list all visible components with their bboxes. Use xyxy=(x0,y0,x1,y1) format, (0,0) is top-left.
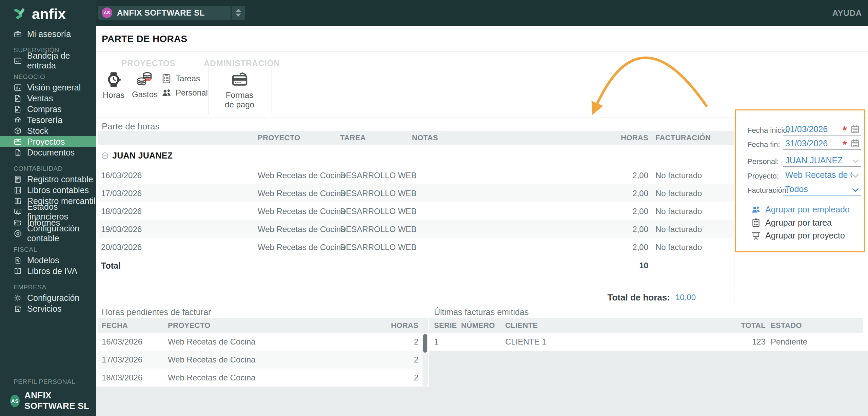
group-option-label: Agrupar por tarea xyxy=(765,218,832,228)
table-row[interactable]: 18/03/2026 Web Recetas de Cocina DESARRO… xyxy=(98,202,734,220)
group-by-employee-option[interactable]: Agrupar por empleado xyxy=(751,203,850,215)
field-underline xyxy=(783,166,861,167)
sidebar-item-mi-asesoria[interactable]: Mi asesoría xyxy=(0,28,96,39)
column-header-cliente: CLIENTE xyxy=(505,318,538,333)
field-underline xyxy=(783,195,861,195)
group-by-project-option[interactable]: Agrupar por proyecto xyxy=(751,229,845,242)
table-row[interactable]: 18/03/2026 Web Recetas de Cocina 2 xyxy=(98,369,428,387)
company-selector-main[interactable]: AS ANFIX SOFTWARE SL xyxy=(98,6,231,20)
ribbon-group-proyectos: PROYECTOS xyxy=(115,59,182,68)
sidebar-item-bandeja-de-entrada[interactable]: Bandeja de entrada xyxy=(0,55,96,66)
sidebar-item-configuracion-contable[interactable]: Configuración contable xyxy=(0,228,96,239)
calculator-icon xyxy=(14,175,22,184)
cell-project: Web Recetas de Cocina xyxy=(258,220,345,238)
sidebar-item-proyectos[interactable]: Proyectos xyxy=(0,136,96,147)
proyecto-select[interactable]: Web Recetas de Cocina xyxy=(785,170,852,180)
sidebar-item-label: Configuración contable xyxy=(27,224,96,243)
cell-task: DESARROLLO WEB xyxy=(340,220,416,238)
personal-select[interactable]: JUAN JUANEZ xyxy=(785,155,843,165)
chevron-down-icon[interactable] xyxy=(851,157,860,166)
chevron-down-icon[interactable] xyxy=(851,186,860,194)
folder-icon xyxy=(14,219,22,227)
sidebar-item-modelos[interactable]: Modelos xyxy=(0,255,96,266)
ribbon-button-tareas[interactable]: Tareas xyxy=(161,72,200,85)
timesheet-table-header: PROYECTO TAREA NOTAS HORAS FACTURACIÓN xyxy=(98,131,734,145)
sidebar-item-label: Bandeja de entrada xyxy=(27,51,96,70)
field-underline xyxy=(783,135,861,136)
sidebar-item-vision-general[interactable]: Visión general xyxy=(0,82,96,93)
table-row[interactable]: 17/03/2026 Web Recetas de Cocina DESARRO… xyxy=(98,184,734,202)
sidebar-section-negocio: NEGOCIO xyxy=(0,72,96,82)
cell-date: 19/03/2026 xyxy=(101,220,142,238)
box-icon xyxy=(14,127,22,135)
company-name: ANFIX SOFTWARE SL xyxy=(117,8,205,18)
filter-panel: Fecha inicio: 01/03/2026 * Fecha fin: 31… xyxy=(735,109,865,252)
cell-date: 20/03/2026 xyxy=(101,238,142,256)
sidebar-item-label: Documentos xyxy=(27,148,75,158)
document-arrow-icon xyxy=(14,94,22,103)
document-icon xyxy=(14,148,22,157)
facturacion-select[interactable]: Todos xyxy=(785,184,808,194)
coins-icon xyxy=(136,70,154,87)
cell-date: 17/03/2026 xyxy=(102,351,142,369)
scrollbar-thumb[interactable] xyxy=(423,334,427,353)
table-row[interactable]: 16/03/2026 Web Recetas de Cocina DESARRO… xyxy=(98,166,734,184)
cell-date: 18/03/2026 xyxy=(101,202,142,220)
calendar-icon[interactable] xyxy=(850,139,860,148)
gear-icon xyxy=(14,294,22,302)
column-header-total: TOTAL xyxy=(728,318,766,333)
timesheet-rows: 16/03/2026 Web Recetas de Cocina DESARRO… xyxy=(98,166,734,256)
sidebar-item-libros-de-iva[interactable]: Libros de IVA xyxy=(0,266,96,276)
table-row[interactable]: 19/03/2026 Web Recetas de Cocina DESARRO… xyxy=(98,220,734,238)
sidebar-item-ventas[interactable]: Ventas xyxy=(0,93,96,104)
shop-icon xyxy=(14,305,22,313)
table-row[interactable]: 17/03/2026 Web Recetas de Cocina 2 xyxy=(98,351,428,369)
field-underline xyxy=(783,181,861,181)
anfix-logo[interactable]: anfix xyxy=(0,0,96,28)
cell-task: DESARROLLO WEB xyxy=(340,184,416,202)
sidebar-item-label: Mi asesoría xyxy=(27,29,71,39)
sidebar-item-registro-contable[interactable]: Registro contable xyxy=(0,174,96,185)
fecha-inicio-input[interactable]: 01/03/2026 xyxy=(785,124,828,134)
collapse-group-icon[interactable] xyxy=(101,152,109,160)
sidebar-item-documentos[interactable]: Documentos xyxy=(0,147,96,158)
ribbon-button-horas[interactable]: Horas xyxy=(100,71,127,100)
cell-hours: 2,00 xyxy=(590,220,648,238)
company-selector-spinner[interactable] xyxy=(232,6,245,20)
total-de-horas-label: Total de horas: xyxy=(608,292,670,303)
table-row[interactable]: 1 CLIENTE 1 123 Pendiente xyxy=(429,333,863,351)
bank-icon xyxy=(14,116,22,124)
help-button[interactable]: AYUDA xyxy=(832,0,862,26)
profile-company[interactable]: AS ANFIX SOFTWARE SL xyxy=(0,390,96,411)
octagon-gear-icon xyxy=(14,229,22,238)
field-label: Facturación: xyxy=(747,186,788,195)
invoices-title: Últimas facturas emitidas xyxy=(434,307,529,317)
cell-task: DESARROLLO WEB xyxy=(340,238,416,256)
table-row[interactable]: 16/03/2026 Web Recetas de Cocina 2 xyxy=(98,333,428,351)
sidebar-item-servicios[interactable]: Servicios xyxy=(0,303,96,314)
ribbon-button-gastos[interactable]: Gastos xyxy=(129,70,160,99)
group-by-task-option[interactable]: Agrupar por tarea xyxy=(751,216,832,229)
sidebar-item-configuracion[interactable]: Configuración xyxy=(0,292,96,303)
sidebar-item-compras[interactable]: Compras xyxy=(0,104,96,115)
anfix-logo-icon xyxy=(13,7,28,21)
bottom-section: Horas pendientes de facturar Últimas fac… xyxy=(96,304,868,416)
group-employee-name: JUAN JUANEZ xyxy=(112,151,173,161)
ribbon-button-formas-de-pago[interactable]: Formas de pago xyxy=(220,71,259,109)
sidebar-item-estados-financieros[interactable]: Estados financieros xyxy=(0,206,96,217)
cell-task: DESARROLLO WEB xyxy=(340,166,416,184)
company-selector[interactable]: AS ANFIX SOFTWARE SL xyxy=(98,6,245,20)
ribbon-button-personal[interactable]: Personal xyxy=(161,86,208,99)
cell-billing: No facturado xyxy=(655,166,702,184)
sidebar-item-libros-contables[interactable]: Libros contables xyxy=(0,185,96,195)
sidebar-item-tesoreria[interactable]: Tesorería xyxy=(0,115,96,125)
cell-project: Web Recetas de Cocina xyxy=(168,351,255,369)
filter-field-proyecto: Proyecto: Web Recetas de Cocina xyxy=(747,169,861,181)
sidebar-item-stock[interactable]: Stock xyxy=(0,125,96,136)
scrollbar-track[interactable] xyxy=(422,333,428,387)
page-title-bar: PARTE DE HORAS xyxy=(96,26,868,52)
fecha-fin-input[interactable]: 31/03/2026 xyxy=(785,139,828,148)
chevron-down-icon[interactable] xyxy=(851,171,860,180)
calendar-icon[interactable] xyxy=(850,124,860,134)
table-row[interactable]: 20/03/2026 Web Recetas de Cocina DESARRO… xyxy=(98,238,734,256)
